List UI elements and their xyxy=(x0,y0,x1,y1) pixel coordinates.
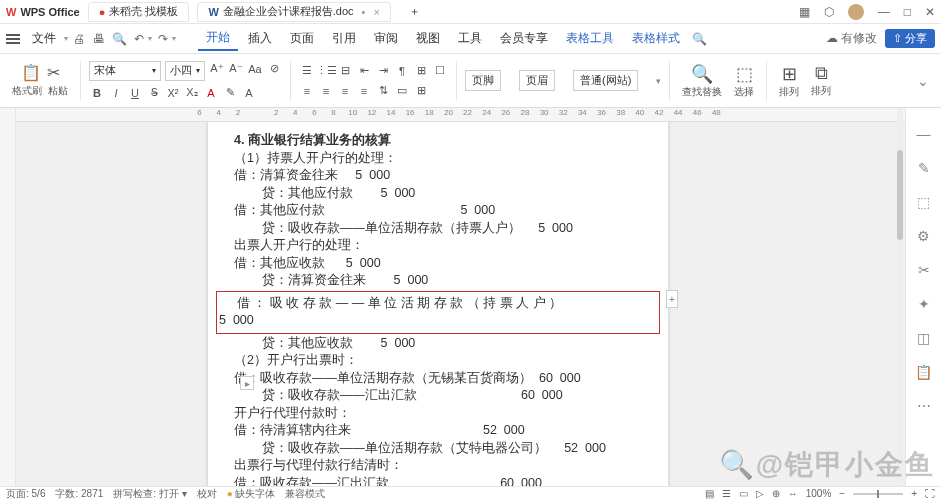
vertical-ruler[interactable] xyxy=(0,108,16,486)
arrange-button[interactable]: ⧉排列 xyxy=(807,63,835,98)
justify-icon[interactable]: ≡ xyxy=(356,83,372,99)
decrease-indent-icon[interactable]: ⇤ xyxy=(356,63,372,79)
font-color-icon[interactable]: A xyxy=(203,85,219,101)
menu-icon[interactable] xyxy=(6,34,20,44)
more-icon[interactable]: ⋯ xyxy=(917,398,931,414)
tabs-icon[interactable]: ⊞ xyxy=(413,63,429,79)
tab-review[interactable]: 审阅 xyxy=(366,27,406,50)
minimize-button[interactable]: — xyxy=(878,5,890,19)
zoom-level[interactable]: 100% xyxy=(806,488,832,499)
crop-icon[interactable]: ✂ xyxy=(918,262,930,278)
select-tool-icon[interactable]: ⬚ xyxy=(917,194,930,210)
pencil-icon[interactable]: ✎ xyxy=(918,160,930,176)
scrollbar-thumb[interactable] xyxy=(897,150,903,240)
style-gallery[interactable]: 页脚 页眉 普通(网站) ▾ xyxy=(465,70,661,91)
highlight-icon[interactable]: ✎ xyxy=(222,85,238,101)
redo-icon[interactable]: ↷ xyxy=(154,32,172,46)
shrink-font-icon[interactable]: A⁻ xyxy=(228,61,244,77)
spellcheck-status[interactable]: 拼写检查: 打开 ▾ xyxy=(113,487,186,501)
font-family-select[interactable]: 宋体▾ xyxy=(89,61,161,81)
superscript-icon[interactable]: X² xyxy=(165,85,181,101)
font-effects-icon[interactable]: A xyxy=(241,85,257,101)
ai-icon[interactable]: ✦ xyxy=(918,296,930,312)
document-content[interactable]: 4. 商业银行结算业务的核算 （1）持票人开户行的处理： 借：清算资金往来 5 … xyxy=(208,132,668,486)
avatar[interactable] xyxy=(848,4,864,20)
shading-icon[interactable]: ▭ xyxy=(394,83,410,99)
cube-icon[interactable]: ⬡ xyxy=(824,5,834,19)
grow-font-icon[interactable]: A⁺ xyxy=(209,61,225,77)
layers-icon[interactable]: ◫ xyxy=(917,330,930,346)
tab-table-styles[interactable]: 表格样式 xyxy=(624,27,688,50)
share-button[interactable]: ⇧ 分享 xyxy=(885,29,935,48)
bold-icon[interactable]: B xyxy=(89,85,105,101)
paragraph-icon[interactable]: ⊞ xyxy=(413,83,429,99)
tab-tools[interactable]: 工具 xyxy=(450,27,490,50)
undo-icon[interactable]: ↶ xyxy=(130,32,148,46)
tab-reference[interactable]: 引用 xyxy=(324,27,364,50)
close-tab-icon[interactable]: × xyxy=(373,6,379,18)
change-case-icon[interactable]: Aa xyxy=(247,61,263,77)
strike-icon[interactable]: S̶ xyxy=(146,85,162,101)
subscript-icon[interactable]: X₂ xyxy=(184,85,200,101)
tab-page[interactable]: 页面 xyxy=(282,27,322,50)
line-spacing-icon[interactable]: ⇅ xyxy=(375,83,391,99)
missing-fonts[interactable]: ● 缺失字体 xyxy=(227,487,276,501)
new-tab-button[interactable]: ＋ xyxy=(399,2,430,22)
compat-mode[interactable]: 兼容模式 xyxy=(285,487,325,501)
bullets-icon[interactable]: ☰ xyxy=(299,63,315,79)
view-mode-outline-icon[interactable]: ☰ xyxy=(722,488,731,499)
save-icon[interactable]: 🖨 xyxy=(70,32,88,46)
increase-indent-icon[interactable]: ⇥ xyxy=(375,63,391,79)
tab-start[interactable]: 开始 xyxy=(198,26,238,51)
proof-status[interactable]: 校对 xyxy=(197,487,217,501)
sort-icon[interactable]: ¶ xyxy=(394,63,410,79)
select-button[interactable]: ⬚选择 xyxy=(730,63,758,99)
apps-icon[interactable]: ▦ xyxy=(799,5,810,19)
tab-view[interactable]: 视图 xyxy=(408,27,448,50)
tab-member[interactable]: 会员专享 xyxy=(492,27,556,50)
clipboard-icon[interactable]: 📋 xyxy=(915,364,932,380)
copy-icon[interactable]: ✂ xyxy=(47,63,60,82)
italic-icon[interactable]: I xyxy=(108,85,124,101)
find-replace-button[interactable]: 🔍查找替换 xyxy=(678,63,726,99)
horizontal-ruler[interactable]: 6422468101214161820222426283032343638404… xyxy=(0,108,941,122)
tab-template[interactable]: ●来稻壳 找模板 xyxy=(88,2,190,22)
align-tool-button[interactable]: ⊞排列 xyxy=(775,63,803,99)
zoom-out-icon[interactable]: — xyxy=(917,126,931,142)
page-indicator[interactable]: 页面: 5/6 xyxy=(6,487,45,501)
format-painter-label[interactable]: 格式刷 xyxy=(12,84,42,98)
fit-icon[interactable]: ↔ xyxy=(788,488,798,499)
page-nav-icon[interactable]: ▸ xyxy=(240,376,254,390)
paste-label[interactable]: 粘贴 xyxy=(48,84,68,98)
preview-icon[interactable]: 🔍 xyxy=(110,32,128,46)
view-mode-focus-icon[interactable]: ⊕ xyxy=(772,488,780,499)
view-mode-web-icon[interactable]: ▭ xyxy=(739,488,748,499)
border-icon[interactable]: ☐ xyxy=(432,63,448,79)
file-menu[interactable]: 文件 xyxy=(24,27,64,50)
underline-icon[interactable]: U xyxy=(127,85,143,101)
maximize-button[interactable]: □ xyxy=(904,5,911,19)
view-mode-read-icon[interactable]: ▷ xyxy=(756,488,764,499)
numbering-icon[interactable]: ⋮☰ xyxy=(318,63,334,79)
fullscreen-icon[interactable]: ⛶ xyxy=(925,488,935,499)
document-workspace[interactable]: 4. 商业银行结算业务的核算 （1）持票人开户行的处理： 借：清算资金往来 5 … xyxy=(18,122,903,486)
close-window-button[interactable]: ✕ xyxy=(925,5,935,19)
tab-table-tools[interactable]: 表格工具 xyxy=(558,27,622,50)
zoom-slider[interactable] xyxy=(853,493,903,495)
zoom-in-button[interactable]: + xyxy=(911,488,917,499)
tab-insert[interactable]: 插入 xyxy=(240,27,280,50)
zoom-out-button[interactable]: − xyxy=(839,488,845,499)
search-icon[interactable]: 🔍 xyxy=(690,32,708,46)
cut-icon[interactable]: 📋 xyxy=(21,63,41,82)
word-count[interactable]: 字数: 2871 xyxy=(55,487,103,501)
align-center-icon[interactable]: ≡ xyxy=(318,83,334,99)
align-left-icon[interactable]: ≡ xyxy=(299,83,315,99)
multilevel-icon[interactable]: ⊟ xyxy=(337,63,353,79)
align-right-icon[interactable]: ≡ xyxy=(337,83,353,99)
clear-format-icon[interactable]: ⊘ xyxy=(266,61,282,77)
has-changes[interactable]: ☁ 有修改 xyxy=(826,30,877,47)
view-mode-page-icon[interactable]: ▤ xyxy=(705,488,714,499)
print-icon[interactable]: 🖶 xyxy=(90,32,108,46)
collapse-ribbon-icon[interactable]: ⌄ xyxy=(913,73,933,89)
bookmark-icon[interactable]: ⚙ xyxy=(917,228,930,244)
